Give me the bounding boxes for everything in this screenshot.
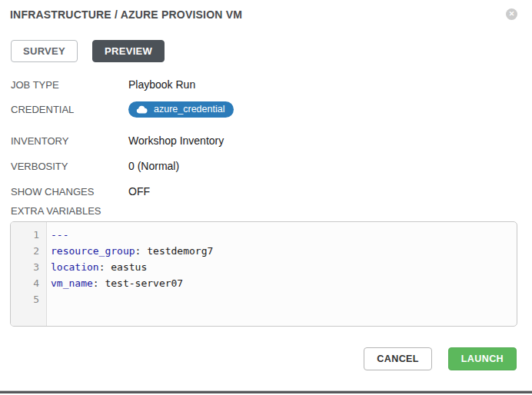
detail-row-job-type: JOB TYPE Playbook Run (11, 78, 517, 91)
credential-badge-label: azure_credential (154, 104, 224, 115)
cloud-icon (136, 105, 148, 114)
job-launch-preview-modal: INFRASTRUCTURE / AZURE PROVISION VM ✕ SU… (0, 0, 532, 395)
editor-gutter: 1 2 3 4 5 (11, 222, 47, 326)
tab-bar: SURVEY PREVIEW (11, 40, 165, 62)
show-changes-label: SHOW CHANGES (11, 186, 128, 198)
tab-preview[interactable]: PREVIEW (92, 40, 165, 62)
code-line: --- (51, 227, 517, 243)
yaml-sep: : (93, 277, 99, 289)
close-icon: ✕ (509, 10, 515, 18)
credential-label: CREDENTIAL (11, 104, 128, 115)
code-line: vm_name: test-server07 (51, 275, 517, 291)
job-type-value: Playbook Run (128, 78, 195, 91)
yaml-key: resource_group (51, 245, 135, 257)
detail-row-verbosity: VERBOSITY 0 (Normal) (11, 160, 517, 172)
line-number: 4 (11, 275, 46, 291)
extra-variables-editor[interactable]: 1 2 3 4 5 --- resource_group: testdemorg… (10, 221, 517, 327)
verbosity-label: VERBOSITY (11, 161, 128, 172)
verbosity-value: 0 (Normal) (128, 160, 179, 172)
page-title: INFRASTRUCTURE / AZURE PROVISION VM (10, 8, 242, 21)
cancel-button[interactable]: CANCEL (364, 347, 431, 370)
credential-badge[interactable]: azure_credential (128, 101, 234, 118)
yaml-value: eastus (105, 261, 147, 273)
yaml-value: test-server07 (99, 277, 184, 289)
detail-row-credential: CREDENTIAL azure_credential (11, 101, 517, 118)
code-line: location: eastus (51, 259, 517, 275)
line-number: 5 (11, 291, 46, 307)
launch-button[interactable]: LAUNCH (448, 347, 517, 370)
line-number: 1 (11, 227, 46, 243)
inventory-label: INVENTORY (11, 135, 128, 147)
window-bottom-border (0, 391, 532, 393)
job-type-label: JOB TYPE (11, 79, 128, 91)
line-number: 3 (11, 259, 46, 275)
tab-survey[interactable]: SURVEY (11, 40, 78, 62)
code-line: resource_group: testdemorg7 (51, 243, 517, 259)
yaml-key: vm_name (51, 277, 93, 289)
yaml-value: testdemorg7 (141, 245, 213, 257)
yaml-key: location (51, 261, 99, 273)
detail-row-show-changes: SHOW CHANGES OFF (11, 185, 517, 198)
yaml-key: --- (51, 229, 68, 241)
editor-code-area[interactable]: --- resource_group: testdemorg7 location… (47, 222, 517, 326)
detail-row-inventory: INVENTORY Workshop Inventory (11, 134, 517, 147)
show-changes-value: OFF (128, 185, 150, 198)
action-bar: CANCEL LAUNCH (364, 347, 517, 370)
line-number: 2 (11, 243, 46, 259)
close-button[interactable]: ✕ (506, 8, 517, 20)
extra-variables-label: EXTRA VARIABLES (11, 205, 101, 217)
inventory-value: Workshop Inventory (128, 134, 224, 147)
